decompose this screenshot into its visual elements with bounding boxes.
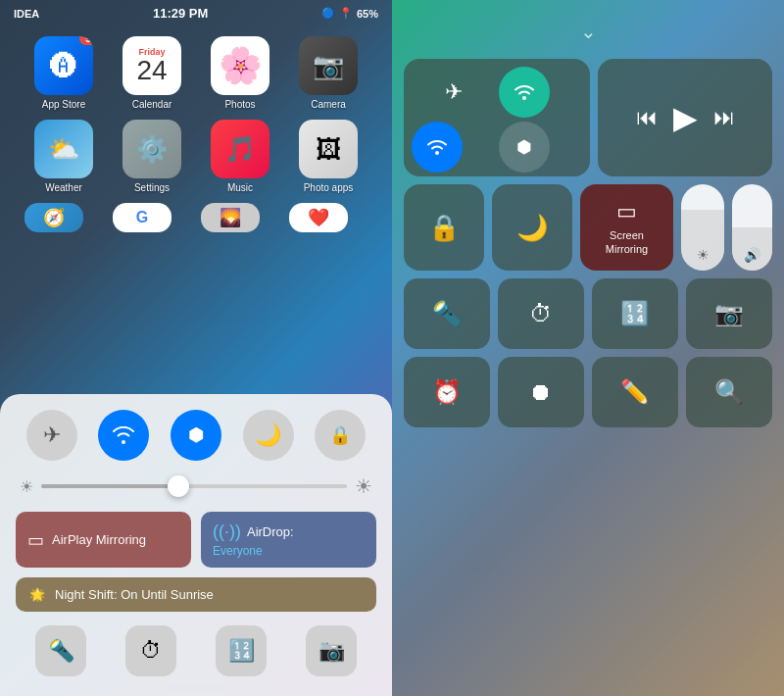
bluetooth-icon: 🔵 [321,7,335,20]
app-icon-music: 🎵 [211,120,270,178]
cc-airplane-btn[interactable]: ✈ [26,410,77,461]
airplay-icon: ▭ [27,529,44,551]
cc11-bluetooth-btn[interactable]: ⬢ [499,122,550,173]
cc-brightness-slider[interactable] [41,484,347,488]
cc11-notes-btn[interactable]: ✏️ [592,357,678,427]
app-grid-row2: ⛅ Weather ⚙️ Settings 🎵 Music 🖼 Photo ap… [0,120,392,203]
cc11-connectivity-block: ✈ ⬢ [404,59,590,176]
app-icon-safari-partial: 🧭 [24,203,83,232]
cc11-brightness-slider[interactable]: ☀ [681,184,724,271]
cc-dnd-btn[interactable]: 🌙 [243,410,294,461]
night-shift-label: Night Shift: On Until Sunrise [55,587,214,602]
app-icon-google-partial: G [113,203,172,232]
app-item-photoapps[interactable]: 🖼 Photo apps [289,120,368,193]
location-icon: 📍 [339,7,353,20]
control-center: ✈ ⬢ 🌙 🔒 ☀ ☀ ▭ Ai [0,394,392,696]
cc11-media-block: ⏮ ▶ ⏭ [598,59,772,176]
cc-rotation-btn[interactable]: 🔒 [315,410,366,461]
app-badge-appstore: 5 [79,36,93,45]
ios11-control-center: ⌄ ✈ [392,0,784,439]
cc11-screen-mirror-btn[interactable]: ▭ ScreenMirroring [580,184,673,271]
cc11-zoom-btn[interactable]: 🔍 [686,357,772,427]
cc11-volume-slider[interactable]: 🔊 [732,184,772,271]
cc-toggle-row: ✈ ⬢ 🌙 🔒 [16,410,376,461]
calendar-day: 24 [136,57,167,84]
cc-night-shift-btn[interactable]: 🌟 Night Shift: On Until Sunrise [16,577,376,612]
pull-indicator: ⌄ [404,20,772,43]
media-play-icon[interactable]: ▶ [673,99,698,136]
app-grid-row3-partial: 🧭 G 🌄 ❤️ [0,203,392,238]
screen-mirror-label: ScreenMirroring [606,228,648,257]
cc-camera-btn[interactable]: 📷 [306,625,357,676]
cc11-rotation-btn[interactable]: 🔒 [404,184,484,271]
app-icon-photos: 🌸 [211,36,270,95]
app-icon-health-partial: ❤️ [289,203,348,232]
app-icon-calendar: Friday 24 [122,36,181,95]
cc11-timer-btn[interactable]: ⏱ [498,278,584,349]
app-label-camera: Camera [311,99,346,110]
cc11-dnd-btn[interactable]: 🌙 [492,184,572,271]
screen-mirror-icon: ▭ [616,199,637,224]
airdrop-label: AirDrop: [247,524,294,539]
app-item-photos[interactable]: 🌸 Photos [201,36,279,110]
app-icon-weather: ⛅ [34,120,93,178]
battery-label: 65% [357,8,378,20]
app-icon-camera: 📷 [299,36,358,95]
airplay-label: AirPlay Mirroring [52,532,146,547]
cc-flashlight-btn[interactable]: 🔦 [35,625,86,676]
time-label: 11:29 PM [153,6,208,21]
app-label-photos: Photos [224,99,255,110]
media-prev-icon[interactable]: ⏮ [636,105,658,130]
left-panel: IDEA 11:29 PM 🔵 📍 65% 🅐 5 App Store Frid… [0,0,392,696]
cc-brightness-thumb [168,475,189,497]
cc11-record-btn[interactable]: ⏺ [498,357,584,427]
brightness-max-icon: ☀ [355,474,372,498]
cc11-camera-btn[interactable]: 📷 [686,278,772,349]
cc11-wifi-signal-btn[interactable] [499,67,550,118]
app-label-calendar: Calendar [132,99,172,110]
cc11-flashlight-btn[interactable]: 🔦 [404,278,490,349]
carrier-label: IDEA [14,8,39,20]
media-next-icon[interactable]: ⏭ [713,105,735,130]
cc-brightness-row: ☀ ☀ [16,474,376,498]
cc-airplay-airdrop-row: ▭ AirPlay Mirroring ((·)) AirDrop: Every… [16,512,376,568]
app-icon-photoapps: 🖼 [299,120,358,178]
cc-airplay-btn[interactable]: ▭ AirPlay Mirroring [16,512,191,568]
app-item-appstore[interactable]: 🅐 5 App Store [24,36,103,110]
cc-bluetooth-btn[interactable]: ⬢ [171,410,221,461]
cc11-util-row2: ⏰ ⏺ ✏️ 🔍 [404,357,772,427]
cc-brightness-fill [41,484,178,488]
app-item-camera[interactable]: 📷 Camera [289,36,368,110]
cc-airdrop-btn[interactable]: ((·)) AirDrop: Everyone [201,512,376,568]
volume-icon: 🔊 [744,247,760,263]
battery-status: 🔵 📍 65% [321,7,378,20]
cc-timer-btn[interactable]: ⏱ [125,625,176,676]
night-shift-icon: 🌟 [29,587,45,602]
app-icon-appstore: 🅐 5 [34,36,93,95]
cc11-calculator-btn[interactable]: 🔢 [592,278,678,349]
cc-utility-row: 🔦 ⏱ 🔢 📷 [16,625,376,676]
cc11-alarm-btn[interactable]: ⏰ [404,357,490,427]
chevron-down-icon: ⌄ [580,21,597,42]
app-label-music: Music [227,182,253,193]
cc11-airplane-btn[interactable]: ✈ [412,67,495,118]
app-item-weather[interactable]: ⛅ Weather [24,120,103,193]
cc11-wifi-btn[interactable] [412,122,463,173]
svg-point-0 [522,96,526,100]
app-icon-settings: ⚙️ [122,120,181,178]
app-item-settings[interactable]: ⚙️ Settings [113,120,191,193]
cc11-util-row1: 🔦 ⏱ 🔢 📷 [404,278,772,349]
right-panel: ⌄ ✈ [392,0,784,696]
cc-calculator-btn[interactable]: 🔢 [216,625,267,676]
cc-wifi-btn[interactable] [98,410,149,461]
status-bar: IDEA 11:29 PM 🔵 📍 65% [0,0,392,26]
brightness-min-icon: ☀ [20,477,33,496]
app-label-settings: Settings [134,182,170,193]
airdrop-icon: ((·)) [213,522,241,542]
app-label-weather: Weather [45,182,82,193]
app-item-music[interactable]: 🎵 Music [201,120,279,193]
app-item-calendar[interactable]: Friday 24 Calendar [113,36,191,110]
cc11-row1: ✈ ⬢ [404,59,772,176]
svg-point-1 [435,151,439,155]
app-grid-row1: 🅐 5 App Store Friday 24 Calendar 🌸 Photo… [0,26,392,120]
